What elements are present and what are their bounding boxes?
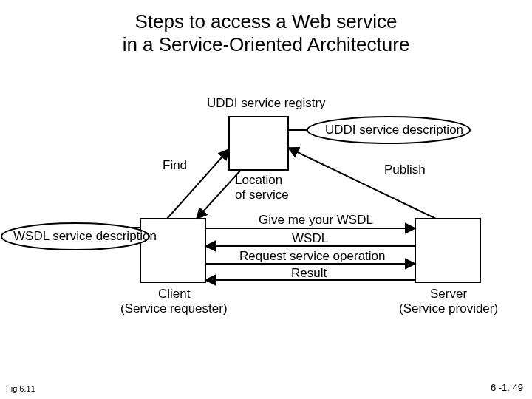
publish-label: Publish <box>384 163 426 177</box>
uddi-registry-box <box>229 117 288 170</box>
wsdl-label: WSDL <box>292 231 328 246</box>
page-number: 6 -1. 49 <box>491 382 523 393</box>
result-label: Result <box>291 266 327 281</box>
server-sub-label: (Service provider) <box>399 301 498 316</box>
location-label: Location of service <box>235 173 289 202</box>
server-box <box>415 219 480 282</box>
request-op-label: Request service operation <box>239 249 386 264</box>
figure-reference: Fig 6.11 <box>6 384 35 393</box>
slide-stage: Steps to access a Web service in a Servi… <box>0 0 532 399</box>
server-title-label: Server <box>430 287 467 301</box>
arrow-publish <box>288 148 436 219</box>
wsdl-desc-label: WSDL service description <box>13 229 157 244</box>
uddi-desc-label: UDDI service description <box>325 123 463 137</box>
find-label: Find <box>163 158 187 173</box>
uddi-registry-label: UDDI service registry <box>207 96 326 111</box>
client-sub-label: (Service requester) <box>120 301 228 316</box>
client-title-label: Client <box>158 287 190 301</box>
give-wsdl-label: Give me your WSDL <box>259 213 373 228</box>
client-box <box>140 219 205 282</box>
